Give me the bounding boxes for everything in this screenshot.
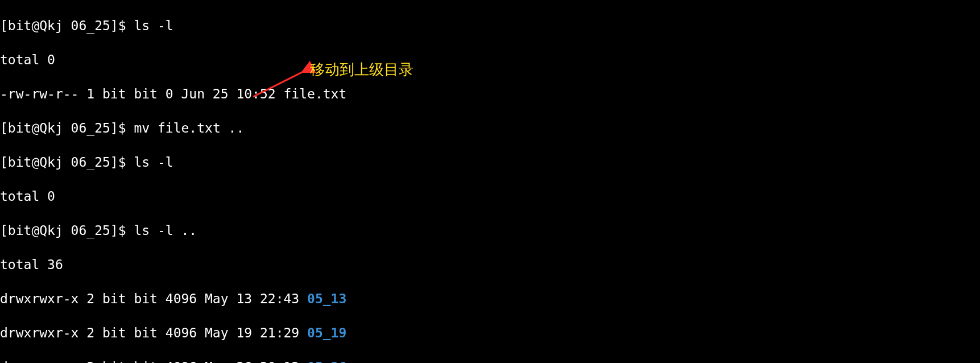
directory-name: 05_19	[307, 325, 346, 340]
ls-row: drwxrwxr-x 2 bit bit 4096 May 26 20:12 0…	[0, 358, 980, 363]
command-line-3: [bit@Qkj 06_25]$ ls -l	[0, 154, 980, 171]
ls-row: drwxrwxr-x 2 bit bit 4096 May 19 21:29 0…	[0, 324, 980, 341]
prompt: [bit@Qkj 06_25]$	[0, 18, 134, 33]
output-line: -rw-rw-r-- 1 bit bit 0 Jun 25 10:52 file…	[0, 85, 980, 102]
output-line: total 36	[0, 256, 980, 273]
prompt: [bit@Qkj 06_25]$	[0, 155, 134, 170]
command-line-2: [bit@Qkj 06_25]$ mv file.txt ..	[0, 119, 980, 137]
directory-name: 05_26	[307, 360, 346, 363]
command-text: ls -l	[134, 18, 173, 33]
command-text: ls -l ..	[134, 223, 197, 238]
directory-name: 05_13	[307, 291, 346, 306]
ls-meta: drwxrwxr-x 2 bit bit 4096 May 19 21:29	[0, 325, 307, 340]
command-line-4: [bit@Qkj 06_25]$ ls -l ..	[0, 222, 980, 239]
output-line: total 0	[0, 188, 980, 205]
command-line-1: [bit@Qkj 06_25]$ ls -l	[0, 17, 980, 34]
prompt: [bit@Qkj 06_25]$	[0, 223, 134, 238]
output-line: total 0	[0, 51, 980, 68]
ls-row: drwxrwxr-x 2 bit bit 4096 May 13 22:43 0…	[0, 290, 980, 307]
prompt: [bit@Qkj 06_25]$	[0, 121, 134, 135]
ls-meta: drwxrwxr-x 2 bit bit 4096 May 26 20:12	[0, 360, 307, 363]
ls-meta: drwxrwxr-x 2 bit bit 4096 May 13 22:43	[0, 291, 307, 306]
command-text: ls -l	[134, 155, 173, 170]
command-text: mv file.txt ..	[134, 121, 244, 135]
terminal[interactable]: [bit@Qkj 06_25]$ ls -l total 0 -rw-rw-r-…	[0, 0, 980, 363]
